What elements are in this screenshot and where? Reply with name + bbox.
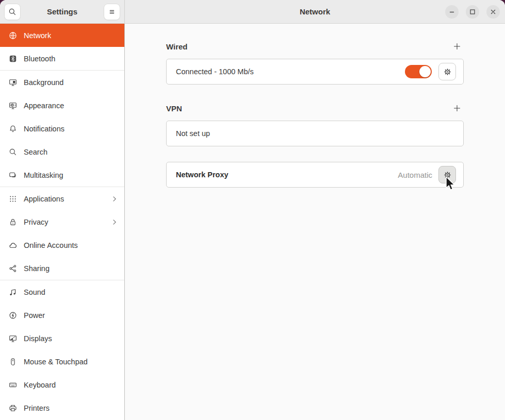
vpn-section-title: VPN (166, 104, 182, 113)
page-title: Network (300, 7, 330, 16)
chevron-right-icon (111, 195, 118, 203)
lock-icon (9, 218, 17, 226)
printer-icon (9, 404, 17, 412)
close-icon (490, 8, 497, 15)
bell-icon (9, 125, 17, 133)
settings-window: Settings Network (0, 0, 505, 420)
sidebar-item-label: Sharing (24, 264, 118, 273)
hamburger-menu-icon (108, 8, 116, 16)
network-column: Wired Connected - 1000 Mb/s (166, 24, 464, 188)
windows-icon (9, 171, 17, 179)
search-icon (8, 8, 17, 16)
grid-icon (9, 195, 17, 203)
gear-icon (443, 68, 452, 76)
proxy-settings-button[interactable] (438, 166, 456, 183)
sidebar-item-label: Online Accounts (24, 241, 118, 249)
add-wired-connection-button[interactable] (450, 40, 464, 53)
sidebar: Network Bluetooth (0, 24, 125, 420)
sidebar-item-label: Multitasking (24, 171, 118, 179)
music-note-icon (9, 288, 17, 296)
sidebar-item-notifications[interactable]: Notifications (0, 117, 124, 140)
proxy-mode-value: Automatic (398, 171, 432, 179)
share-icon (9, 264, 17, 273)
network-proxy-label: Network Proxy (176, 171, 398, 179)
network-panel: Wired Connected - 1000 Mb/s (125, 24, 505, 420)
wired-settings-button[interactable] (438, 63, 456, 80)
sidebar-item-sound[interactable]: Sound (0, 280, 124, 304)
magnifier-icon (9, 148, 17, 156)
sidebar-item-label: Notifications (24, 125, 118, 133)
sidebar-item-label: Sound (24, 288, 118, 296)
wired-connection-row[interactable]: Connected - 1000 Mb/s (166, 59, 464, 85)
vpn-status-text: Not set up (176, 129, 456, 138)
sidebar-item-power[interactable]: Power (0, 304, 124, 327)
vpn-section-header: VPN (166, 103, 464, 113)
power-icon (9, 311, 17, 320)
sidebar-item-multitasking[interactable]: Multitasking (0, 163, 124, 187)
app-body: Network Bluetooth (0, 24, 505, 420)
sidebar-item-label: Printers (24, 404, 118, 412)
search-button[interactable] (4, 4, 21, 20)
window-controls (445, 0, 500, 24)
spacer (166, 146, 464, 162)
sidebar-item-label: Displays (24, 334, 118, 343)
wired-section-header: Wired (166, 41, 464, 52)
app-title: Settings (21, 7, 104, 16)
mouse-icon (9, 358, 17, 366)
sidebar-item-label: Privacy (24, 218, 104, 226)
sidebar-item-appearance[interactable]: Appearance (0, 94, 124, 117)
plus-icon (453, 42, 461, 51)
globe-icon (9, 31, 17, 40)
maximize-button[interactable] (466, 5, 479, 19)
sidebar-item-displays[interactable]: Displays (0, 327, 124, 350)
toggle-knob (419, 66, 431, 77)
sidebar-item-applications[interactable]: Applications (0, 187, 124, 210)
gear-icon (443, 171, 452, 179)
add-vpn-button[interactable] (450, 102, 464, 115)
plus-icon (453, 104, 461, 112)
sidebar-item-label: Network (24, 31, 118, 40)
sidebar-item-printers[interactable]: Printers (0, 396, 124, 419)
bluetooth-icon (9, 55, 17, 63)
main-menu-button[interactable] (104, 4, 120, 20)
sidebar-item-privacy[interactable]: Privacy (0, 210, 124, 233)
titlebar-right: Network (125, 0, 505, 23)
network-proxy-row[interactable]: Network Proxy Automatic (166, 162, 464, 188)
sidebar-item-label: Appearance (24, 102, 118, 110)
minimize-icon (448, 8, 455, 15)
sidebar-item-label: Background (24, 78, 118, 87)
sidebar-item-label: Mouse & Touchpad (24, 358, 118, 366)
sidebar-item-mouse-touchpad[interactable]: Mouse & Touchpad (0, 350, 124, 373)
maximize-icon (469, 8, 476, 15)
sidebar-item-network[interactable]: Network (0, 24, 124, 47)
sidebar-item-bluetooth[interactable]: Bluetooth (0, 47, 124, 70)
sidebar-item-label: Keyboard (24, 381, 118, 389)
wired-toggle[interactable] (405, 65, 432, 78)
sidebar-item-label: Bluetooth (24, 55, 118, 63)
cloud-icon (9, 241, 17, 249)
sidebar-item-label: Applications (24, 195, 104, 203)
wired-section-title: Wired (166, 42, 188, 51)
minimize-button[interactable] (445, 5, 459, 19)
display-icon (9, 334, 17, 343)
spacer (166, 85, 464, 103)
sidebar-item-sharing[interactable]: Sharing (0, 257, 124, 280)
sidebar-item-online-accounts[interactable]: Online Accounts (0, 233, 124, 257)
chevron-right-icon (111, 219, 118, 226)
titlebar-left: Settings (0, 0, 125, 23)
sidebar-item-label: Power (24, 311, 118, 320)
sidebar-item-label: Search (24, 148, 118, 156)
titlebar: Settings Network (0, 0, 505, 24)
vpn-status-row[interactable]: Not set up (166, 121, 464, 146)
sidebar-item-keyboard[interactable]: Keyboard (0, 373, 124, 396)
appearance-icon (9, 102, 17, 110)
close-button[interactable] (486, 5, 500, 19)
sidebar-item-background[interactable]: Background (0, 71, 124, 94)
keyboard-icon (9, 381, 17, 389)
background-icon (9, 78, 17, 87)
sidebar-item-search[interactable]: Search (0, 140, 124, 163)
wired-status-text: Connected - 1000 Mb/s (176, 68, 405, 76)
